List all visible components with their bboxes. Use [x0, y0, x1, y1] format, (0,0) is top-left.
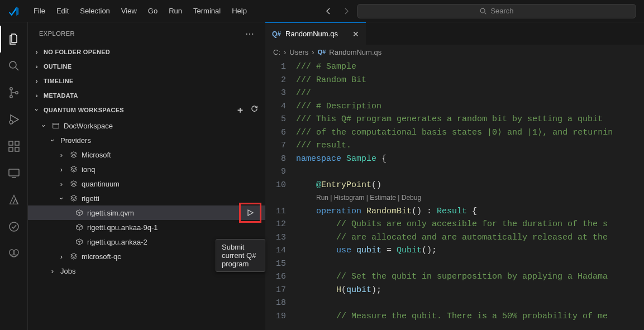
- vscode-logo: [0, 6, 28, 17]
- workspace-node[interactable]: › DocWorkspace: [28, 118, 265, 133]
- submit-program-tooltip: Submit current Q# program: [216, 239, 265, 272]
- chevron-right-icon: ›: [57, 165, 66, 174]
- debug-icon: [7, 113, 21, 126]
- section-timeline[interactable]: › TIMELINE: [28, 74, 265, 88]
- chevron-right-icon: ›: [57, 151, 66, 159]
- chevron-right-icon: ›: [32, 49, 41, 55]
- chevron-right-icon: ›: [32, 78, 41, 84]
- menu-help[interactable]: Help: [226, 4, 252, 17]
- codelens[interactable]: Run | Histogram | Estimate | Debug: [296, 192, 644, 205]
- svg-point-3: [9, 95, 12, 98]
- search-placeholder: Search: [490, 7, 513, 15]
- menu-terminal[interactable]: Terminal: [188, 4, 226, 17]
- chevron-right-icon: ›: [32, 63, 41, 70]
- explorer-more-icon[interactable]: ⋯: [245, 28, 255, 39]
- section-quantum-workspaces[interactable]: › QUANTUM WORKSPACES ＋: [28, 103, 265, 117]
- chevron-down-icon: ›: [58, 194, 66, 203]
- provider-ionq[interactable]: › ionq: [28, 162, 265, 176]
- menu-file[interactable]: File: [28, 4, 51, 17]
- svg-rect-10: [9, 169, 19, 176]
- provider-quantinuum[interactable]: › quantinuum: [28, 176, 265, 191]
- menu-go[interactable]: Go: [142, 4, 163, 17]
- breadcrumb[interactable]: C: › Users › Q# RandomNum.qs: [265, 45, 644, 59]
- menubar: File Edit Selection View Go Run Terminal…: [28, 4, 252, 17]
- activity-search[interactable]: [0, 52, 28, 79]
- menu-run[interactable]: Run: [163, 4, 188, 17]
- files-icon: [7, 32, 21, 46]
- explorer-header: EXPLORER ⋯: [28, 22, 265, 45]
- layers-icon: [69, 165, 78, 173]
- activity-extensions[interactable]: [0, 133, 28, 160]
- activity-azure[interactable]: [0, 186, 28, 213]
- azure-icon: [8, 194, 20, 206]
- chevron-right-icon: ›: [48, 267, 57, 275]
- chevron-right-icon: ›: [284, 48, 286, 56]
- package-icon: [75, 238, 84, 246]
- play-icon: [246, 208, 255, 217]
- layers-icon: [69, 252, 78, 260]
- chevron-right-icon: ›: [57, 252, 66, 261]
- svg-point-2: [9, 88, 12, 90]
- layers-icon: [69, 151, 78, 159]
- explorer-sidebar: EXPLORER ⋯ › NO FOLDER OPENED › OUTLINE …: [28, 22, 265, 330]
- chevron-right-icon: ›: [57, 180, 66, 188]
- search-icon: [479, 7, 487, 15]
- provider-microsoft[interactable]: › Microsoft: [28, 147, 265, 162]
- activity-source-control[interactable]: [0, 79, 28, 106]
- svg-point-4: [15, 92, 17, 94]
- svg-rect-7: [9, 147, 13, 151]
- nav-back-button[interactable]: [321, 4, 336, 18]
- submit-program-button[interactable]: [241, 204, 260, 221]
- activity-explorer[interactable]: [0, 26, 28, 52]
- copilot-icon: [7, 247, 21, 260]
- extensions-icon: [7, 140, 21, 153]
- svg-point-11: [9, 222, 18, 231]
- tab-randomnum[interactable]: Q# RandomNum.qs ✕: [265, 22, 366, 45]
- layers-icon: [69, 194, 78, 202]
- activity-testing[interactable]: [0, 213, 28, 240]
- activity-bar: [0, 22, 28, 330]
- editor-tabs: Q# RandomNum.qs ✕: [265, 22, 644, 45]
- command-center-search[interactable]: Search: [357, 4, 636, 18]
- nav-forward-button[interactable]: [339, 4, 354, 18]
- chevron-right-icon: ›: [312, 48, 314, 56]
- layers-icon: [69, 180, 78, 188]
- provider-rigetti[interactable]: › rigetti: [28, 191, 265, 205]
- activity-remote[interactable]: [0, 160, 28, 186]
- refresh-button[interactable]: [250, 104, 259, 116]
- workspace-icon: [51, 122, 60, 130]
- code-editor[interactable]: 12345678910111213141516171819 /// # Samp…: [265, 59, 644, 330]
- svg-rect-8: [15, 147, 19, 151]
- line-gutter: 12345678910111213141516171819: [265, 59, 296, 330]
- testing-icon: [7, 220, 21, 233]
- menu-edit[interactable]: Edit: [51, 4, 74, 17]
- explorer-title: EXPLORER: [39, 30, 245, 37]
- section-no-folder[interactable]: › NO FOLDER OPENED: [28, 45, 265, 59]
- activity-run-debug[interactable]: [0, 106, 28, 133]
- titlebar: File Edit Selection View Go Run Terminal…: [0, 0, 644, 22]
- source-control-icon: [7, 86, 21, 99]
- menu-selection[interactable]: Selection: [74, 4, 115, 17]
- chevron-down-icon: ›: [40, 121, 48, 130]
- svg-rect-14: [53, 123, 59, 128]
- svg-point-12: [9, 250, 14, 255]
- section-metadata[interactable]: › METADATA: [28, 88, 265, 103]
- section-outline[interactable]: › OUTLINE: [28, 59, 265, 74]
- chevron-down-icon: ›: [34, 106, 40, 114]
- editor-area: Q# RandomNum.qs ✕ C: › Users › Q# Random…: [265, 22, 644, 330]
- code-content: /// # Sample/// Random Bit////// # Descr…: [296, 59, 644, 330]
- providers-node[interactable]: › Providers: [28, 133, 265, 147]
- package-icon: [75, 209, 84, 217]
- activity-copilot[interactable]: [0, 240, 28, 267]
- close-tab-button[interactable]: ✕: [352, 30, 359, 39]
- svg-point-1: [9, 61, 16, 68]
- svg-point-13: [14, 250, 18, 255]
- target-rigetti-ankaa-9q-1[interactable]: rigetti.qpu.ankaa-9q-1: [28, 220, 265, 235]
- chevron-right-icon: ›: [32, 92, 41, 99]
- tab-language-badge: Q#: [272, 30, 281, 38]
- target-rigetti-sim-qvm[interactable]: rigetti.sim.qvm: [28, 205, 265, 220]
- package-icon: [75, 223, 84, 231]
- menu-view[interactable]: View: [116, 4, 142, 17]
- svg-point-5: [9, 121, 13, 124]
- add-workspace-button[interactable]: ＋: [236, 104, 245, 116]
